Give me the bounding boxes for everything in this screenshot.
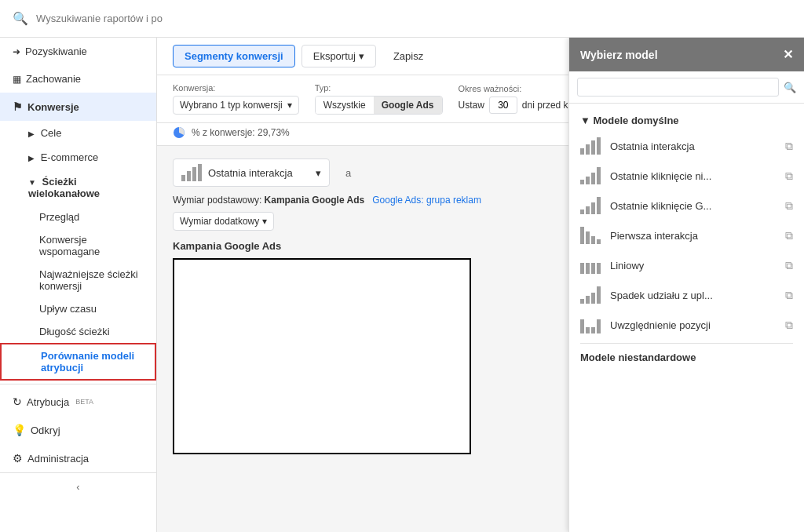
typ-google-ads-button[interactable]: Google Ads <box>374 97 442 114</box>
sidebar-item-przeglad[interactable]: Przegląd <box>0 206 156 228</box>
konwersja-select[interactable]: Wybrano 1 typ konwersji ▾ <box>173 96 299 115</box>
model-section-domyslne: ▼ Modele domyślne <box>569 110 804 131</box>
eksportuj-label: Eksportuj <box>313 50 356 62</box>
collapse-icon: ‹ <box>76 481 79 493</box>
chevron-down-icon: ▾ <box>262 216 267 227</box>
copy-icon[interactable]: ⧉ <box>785 259 793 272</box>
sidebar-item-sciezki[interactable]: ▼ Ścieżki wielokanałowe <box>0 169 156 206</box>
sidebar-item-konwersje[interactable]: ⚑ Konwersje <box>0 93 156 121</box>
top-bar: 🔍 <box>0 0 804 38</box>
sidebar-item-zachowanie[interactable]: ▦ Zachowanie <box>0 65 156 93</box>
sidebar-item-najwazniejsze[interactable]: Najważniejsze ścieżki konwersji <box>0 263 156 297</box>
gear-icon: ⚙ <box>13 452 23 465</box>
copy-icon[interactable]: ⧉ <box>785 140 793 153</box>
model-item-uwzglednienie[interactable]: Uwzględnienie pozycji ⧉ <box>569 310 804 340</box>
model-panel: Wybierz model ✕ 🔍 ▼ Modele domyślne <box>568 38 804 532</box>
flag-icon: ⚑ <box>13 100 23 113</box>
chevron-down-icon: ▾ <box>316 167 321 179</box>
typ-label: Typ: <box>315 83 443 93</box>
segmenty-button[interactable]: Segmenty konwersji <box>173 45 295 67</box>
model-item-spadek[interactable]: Spadek udziału z upl... ⧉ <box>569 280 804 310</box>
sidebar-item-odkryj[interactable]: 💡 Odkryj <box>0 416 156 444</box>
cycle-icon: ↻ <box>13 395 22 408</box>
dni-input[interactable] <box>489 97 517 114</box>
sidebar-item-atrybucja[interactable]: ↻ Atrybucja BETA <box>0 388 156 416</box>
collapse-arrow-icon: ▼ <box>580 115 593 126</box>
model-item-name: Uwzględnienie pozycji <box>610 319 777 331</box>
typ-buttons: Wszystkie Google Ads <box>315 96 443 115</box>
model-bar-icon <box>580 197 602 214</box>
copy-icon[interactable]: ⧉ <box>785 319 793 332</box>
sidebar-item-label: Administracja <box>27 453 89 465</box>
model-item-ostatnie-klikniecie-g[interactable]: Ostatnie kliknięcie G... ⧉ <box>569 191 804 220</box>
chevron-down-icon: ▼ <box>28 178 36 187</box>
bulb-icon: 💡 <box>13 424 26 436</box>
model-bar-icon <box>580 227 602 244</box>
sidebar-item-ecommerce[interactable]: ▶ E-commerce <box>0 145 156 169</box>
model-panel-title: Wybierz model <box>580 49 658 61</box>
model-bar-icon <box>580 137 602 155</box>
model-panel-search: 🔍 <box>569 71 804 104</box>
model-item-name: Ostatnie kliknięcie G... <box>610 200 777 212</box>
search-input[interactable] <box>36 13 193 24</box>
chart-box <box>173 258 471 454</box>
section-divider <box>580 343 793 344</box>
typ-group: Typ: Wszystkie Google Ads <box>315 83 443 115</box>
zapisz-button[interactable]: Zapisz <box>382 46 434 67</box>
model-item-pierwsza-interakcja[interactable]: Pierwsza interakcja ⧉ <box>569 220 804 250</box>
model-bar-icon <box>580 167 602 184</box>
model-panel-header: Wybierz model ✕ <box>569 38 804 71</box>
konwersja-group: Konwersja: Wybrano 1 typ konwersji ▾ <box>173 83 299 115</box>
search-icon: 🔍 <box>13 11 28 26</box>
ustaw-label: Ustaw <box>459 100 484 111</box>
sidebar: ➜ Pozyskiwanie ▦ Zachowanie ⚑ Konwersje … <box>0 38 157 532</box>
sidebar-collapse-button[interactable]: ‹ <box>0 472 156 501</box>
chevron-down-icon: ▾ <box>359 50 364 62</box>
search-icon: 🔍 <box>784 82 796 93</box>
model-panel-body: ▼ Modele domyślne Ostatnia interakcja ⧉ <box>569 104 804 532</box>
model-item-name: Ostatnie kliknięcie ni... <box>610 170 777 182</box>
model-item-name: Spadek udziału z upl... <box>610 290 777 301</box>
main-layout: ➜ Pozyskiwanie ▦ Zachowanie ⚑ Konwersje … <box>0 38 804 532</box>
model-item-ostatnie-klikniecie-ni[interactable]: Ostatnie kliknięcie ni... ⧉ <box>569 161 804 191</box>
model-bar-icon <box>580 286 602 304</box>
sidebar-item-pozyskiwanie[interactable]: ➜ Pozyskiwanie <box>0 38 156 65</box>
sidebar-item-label: Atrybucja <box>27 396 69 408</box>
dim-google-ads-link[interactable]: Google Ads: grupa reklam <box>372 195 481 206</box>
sidebar-item-uplyw[interactable]: Upływ czasu <box>0 297 156 320</box>
model-item-name: Ostatnia interakcja <box>610 140 777 152</box>
copy-icon[interactable]: ⧉ <box>785 289 793 302</box>
dim-dodatkowy-label: Wymiar dodatkowy <box>180 216 259 227</box>
copy-icon[interactable]: ⧉ <box>785 229 793 242</box>
sidebar-item-administracja[interactable]: ⚙ Administracja <box>0 444 156 472</box>
sidebar-item-label: Konwersje <box>27 101 79 113</box>
model-search-input[interactable] <box>577 78 779 97</box>
konwersja-label: Konwersja: <box>173 83 299 93</box>
sidebar-item-dlugosc[interactable]: Długość ścieżki <box>0 320 156 343</box>
pie-chart-icon <box>173 126 185 139</box>
model-item-name: Liniowy <box>610 260 777 271</box>
sidebar-item-label: Pozyskiwanie <box>25 46 87 57</box>
dim-podstawowy-label: Wymiar podstawowy: <box>173 195 261 206</box>
sidebar-item-cele[interactable]: ▶ Cele <box>0 121 156 145</box>
dim-kampania-text[interactable]: Kampania Google Ads <box>265 195 365 206</box>
model-bar-icon <box>181 164 203 181</box>
sidebar-divider <box>0 384 156 384</box>
model-item-name: Pierwsza interakcja <box>610 230 777 242</box>
model-panel-close-button[interactable]: ✕ <box>783 47 793 62</box>
copy-icon[interactable]: ⧉ <box>785 199 793 213</box>
dim-dodatkowy-select[interactable]: Wymiar dodatkowy ▾ <box>173 212 274 231</box>
arrow-right-icon: ➜ <box>13 46 20 57</box>
sidebar-item-porownanie[interactable]: Porównanie modeli atrybucji <box>0 343 156 381</box>
sidebar-item-label: Odkryj <box>31 425 60 436</box>
eksportuj-button[interactable]: Eksportuj ▾ <box>302 45 376 67</box>
model-bar-icon <box>580 316 602 333</box>
sidebar-item-konwersje-wspomagane[interactable]: Konwersje wspomagane <box>0 228 156 263</box>
model-selector[interactable]: Ostatnia interakcja ▾ <box>173 159 330 187</box>
typ-wszystkie-button[interactable]: Wszystkie <box>316 97 374 114</box>
model-item-liniowy[interactable]: Liniowy ⧉ <box>569 250 804 280</box>
grid-icon: ▦ <box>13 74 21 85</box>
copy-icon[interactable]: ⧉ <box>785 169 793 183</box>
chevron-down-icon: ▾ <box>287 100 292 111</box>
model-item-ostatnia-interakcja[interactable]: Ostatnia interakcja ⧉ <box>569 131 804 161</box>
